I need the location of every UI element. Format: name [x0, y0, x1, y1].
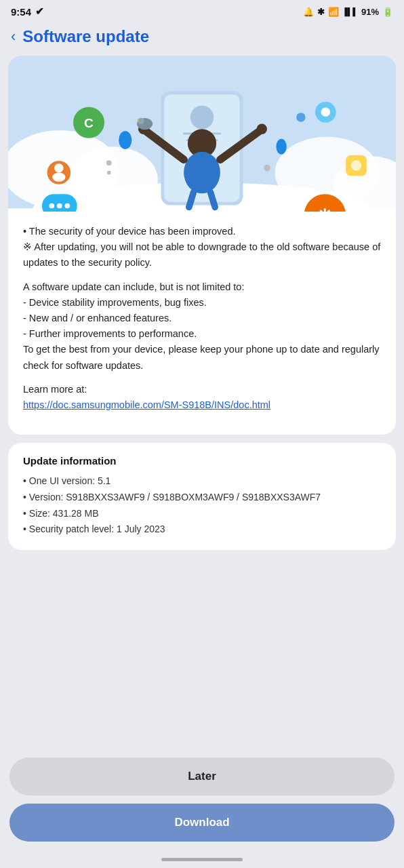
- illustration-area: C ❋: [8, 56, 396, 212]
- svg-point-26: [49, 203, 54, 209]
- svg-point-27: [57, 203, 62, 209]
- svg-line-18: [189, 192, 194, 207]
- info-item-1: • Version: S918BXXS3AWF9 / S918BOXM3AWF9…: [23, 490, 381, 506]
- update-info-title: Update information: [23, 455, 381, 467]
- time: 9:54: [11, 6, 31, 18]
- learn-more-paragraph: Learn more at: https://doc.samsungmobile…: [23, 382, 381, 413]
- security-paragraph: • The security of your device has been i…: [23, 224, 381, 271]
- wifi-icon: 📶: [328, 7, 339, 17]
- back-button[interactable]: ‹: [11, 29, 16, 44]
- check-icon: ✔: [35, 5, 44, 18]
- bottom-bar: [0, 858, 404, 868]
- svg-rect-25: [42, 194, 77, 212]
- download-button[interactable]: Download: [9, 804, 395, 842]
- page-header: ‹ Software update: [0, 20, 404, 56]
- svg-point-36: [276, 139, 286, 155]
- svg-point-23: [54, 163, 63, 172]
- info-item-2: • Size: 431.28 MB: [23, 506, 381, 522]
- svg-text:❋: ❋: [317, 205, 333, 212]
- svg-point-38: [106, 160, 112, 165]
- description-text: • The security of your device has been i…: [8, 212, 396, 413]
- svg-point-17: [257, 124, 267, 134]
- battery-level: 91%: [361, 7, 379, 17]
- learn-more-link[interactable]: https://doc.samsungmobile.com/SM-S918B/I…: [23, 399, 270, 410]
- bluetooth-icon: ✱: [317, 7, 325, 17]
- svg-point-37: [296, 113, 305, 121]
- svg-point-40: [264, 165, 270, 172]
- info-item-0: • One UI version: 5.1: [23, 473, 381, 490]
- svg-point-24: [52, 173, 65, 182]
- signal-icon: ▐▌▌: [342, 7, 358, 16]
- home-indicator: [161, 858, 243, 861]
- buttons-area: Later Download: [0, 752, 404, 858]
- features-paragraph: A software update can include, but is no…: [23, 279, 381, 374]
- update-info-card: Update information • One UI version: 5.1…: [8, 443, 396, 550]
- svg-point-39: [107, 171, 111, 175]
- svg-line-19: [210, 192, 215, 207]
- info-item-3: • Security patch level: 1 July 2023: [23, 521, 381, 538]
- update-info-body: • One UI version: 5.1• Version: S918BXXS…: [23, 473, 381, 538]
- battery-icon: 🔋: [382, 7, 393, 17]
- svg-point-28: [64, 203, 70, 209]
- svg-text:C: C: [84, 116, 94, 130]
- later-button[interactable]: Later: [9, 757, 395, 795]
- status-bar: 9:54 ✔ 🔔 ✱ 📶 ▐▌▌ 91% 🔋: [0, 0, 404, 20]
- svg-point-8: [190, 106, 214, 130]
- svg-point-13: [184, 152, 220, 193]
- main-content: C ❋: [0, 56, 404, 752]
- update-card: C ❋: [8, 56, 396, 435]
- learn-more-label: Learn more at:: [23, 384, 87, 395]
- svg-point-35: [119, 131, 132, 149]
- svg-point-30: [321, 108, 330, 117]
- status-left: 9:54 ✔: [11, 5, 44, 18]
- status-right: 🔔 ✱ 📶 ▐▌▌ 91% 🔋: [303, 7, 393, 17]
- svg-point-32: [351, 160, 361, 170]
- alarm-icon: 🔔: [303, 7, 314, 17]
- page-title: Software update: [22, 27, 149, 46]
